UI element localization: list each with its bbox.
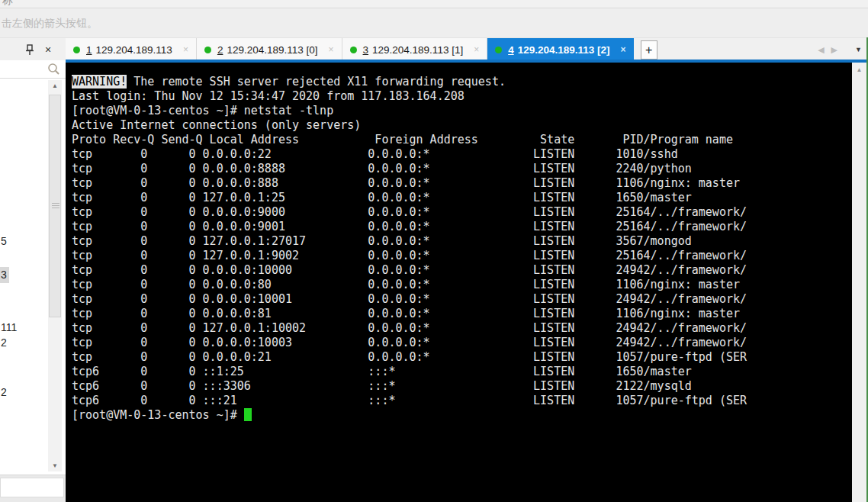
session-list-scrollbar[interactable]: ▲ ▼: [48, 80, 62, 471]
tab-scroll-left-icon[interactable]: ◀: [818, 45, 824, 55]
tab-nav-controls: ◀ ▶ ▼: [818, 38, 862, 61]
terminal-line: [root@VM-0-13-centos ~]#: [72, 408, 852, 423]
search-input[interactable]: [2, 62, 43, 76]
connected-dot-icon: [73, 47, 80, 53]
terminal-line: tcp 0 0 0.0.0.0:10003 0.0.0.0:* LISTEN 2…: [72, 336, 852, 350]
tab-scroll-right-icon[interactable]: ▶: [831, 45, 837, 55]
session-list[interactable]: ▲ ▼ 5311122: [0, 79, 66, 475]
tab-label: 129.204.189.113 [1]: [372, 44, 463, 56]
connected-dot-icon: [204, 47, 211, 53]
tab-bar: × 1129.204.189.113×2129.204.189.113 [0]×…: [0, 37, 868, 60]
tab-close-icon[interactable]: ×: [621, 44, 626, 55]
terminal-line: tcp 0 0 0.0.0.0:888 0.0.0.0:* LISTEN 110…: [72, 176, 852, 191]
help-text: 击左侧的箭头按钮。: [2, 17, 98, 31]
terminal-line: tcp 0 0 0.0.0.0:81 0.0.0.0:* LISTEN 1106…: [72, 307, 852, 321]
terminal-line: tcp6 0 0 :::21 :::* LISTEN 1057/pure-ftp…: [72, 394, 852, 408]
tab-number: 1: [86, 44, 92, 56]
terminal-line: tcp 0 0 127.0.0.1:27017 0.0.0.0:* LISTEN…: [72, 234, 852, 249]
tab-session-2[interactable]: 2129.204.189.113 [0]×: [197, 38, 342, 61]
terminal-line: [root@VM-0-13-centos ~]# netstat -tlnp: [72, 104, 852, 118]
terminal-line: tcp 0 0 127.0.0.1:25 0.0.0.0:* LISTEN 16…: [72, 191, 852, 205]
scrollbar-thumb[interactable]: [49, 95, 61, 317]
terminal-line: tcp 0 0 0.0.0.0:9001 0.0.0.0:* LISTEN 25…: [72, 220, 852, 234]
tab-close-icon[interactable]: ×: [329, 44, 334, 55]
terminal-line: tcp 0 0 0.0.0.0:9000 0.0.0.0:* LISTEN 25…: [72, 205, 852, 220]
terminal-output[interactable]: WARNING! The remote SSH server rejected …: [66, 63, 852, 502]
thumb-grip-icon: [52, 203, 59, 204]
terminal-line: tcp6 0 0 :::3306 :::* LISTEN 2122/mysqld: [72, 379, 852, 394]
tab-close-icon[interactable]: ×: [474, 44, 479, 55]
sidebar-bottom-bar: [0, 475, 66, 502]
help-strip: 击左侧的箭头按钮。: [0, 9, 868, 37]
terminal-line: tcp 0 0 0.0.0.0:22 0.0.0.0:* LISTEN 1010…: [72, 147, 852, 162]
tab-label: 129.204.189.113 [2]: [518, 44, 610, 56]
session-list-item[interactable]: 5: [1, 235, 7, 247]
terminal-line: WARNING! The remote SSH server rejected …: [72, 75, 852, 89]
terminal-line: Active Internet connections (only server…: [72, 118, 852, 133]
window-top-strip: 称: [0, 0, 868, 8]
session-list-item[interactable]: 2: [1, 386, 7, 398]
terminal-line: tcp 0 0 0.0.0.0:8888 0.0.0.0:* LISTEN 22…: [72, 162, 852, 176]
session-list-item[interactable]: 111: [1, 321, 17, 333]
warning-badge: WARNING!: [72, 75, 127, 88]
tab-number: 4: [508, 44, 514, 56]
terminal-line: tcp 0 0 0.0.0.0:80 0.0.0.0:* LISTEN 1106…: [72, 278, 852, 292]
tab-label: 129.204.189.113 [0]: [227, 44, 317, 56]
xshell-window: 称 击左侧的箭头按钮。 × 1129.204.189.113×2129.204.…: [0, 0, 868, 502]
new-tab-button[interactable]: +: [641, 40, 657, 60]
tab-list-dropdown-icon[interactable]: ▼: [855, 46, 862, 53]
scroll-up-icon[interactable]: ▲: [48, 80, 62, 92]
tab-number: 2: [217, 44, 223, 56]
tab-session-1[interactable]: 1129.204.189.113×: [66, 38, 197, 61]
tab-session-4[interactable]: 4129.204.189.113 [2]×: [487, 38, 633, 61]
pin-icon[interactable]: [24, 43, 36, 56]
terminal-line: tcp 0 0 127.0.0.1:10002 0.0.0.0:* LISTEN…: [72, 321, 852, 336]
terminal-line: Proto Recv-Q Send-Q Local Address Foreig…: [72, 133, 852, 147]
tab-number: 3: [363, 44, 369, 56]
tab-session-3[interactable]: 3129.204.189.113 [1]×: [342, 38, 488, 61]
terminal-line: tcp 0 0 0.0.0.0:21 0.0.0.0:* LISTEN 1057…: [72, 350, 852, 365]
sidebar-pane-header: ×: [0, 38, 66, 61]
tab-label: 129.204.189.113: [96, 44, 172, 56]
terminal-line: tcp6 0 0 ::1:25 :::* LISTEN 1650/master: [72, 365, 852, 379]
scroll-down-icon[interactable]: ▼: [48, 460, 62, 471]
terminal-line: tcp 0 0 0.0.0.0:10000 0.0.0.0:* LISTEN 2…: [72, 263, 852, 278]
terminal-line: tcp 0 0 127.0.0.1:9002 0.0.0.0:* LISTEN …: [72, 249, 852, 263]
connected-dot-icon: [350, 47, 357, 53]
connected-dot-icon: [495, 47, 502, 53]
session-list-item[interactable]: 2: [1, 336, 7, 349]
sidebar-bottom-box[interactable]: [0, 478, 64, 497]
terminal-line: tcp 0 0 0.0.0.0:10001 0.0.0.0:* LISTEN 2…: [72, 292, 852, 307]
terminal-scroll-up-icon[interactable]: ▲: [852, 64, 866, 76]
close-pane-icon[interactable]: ×: [41, 42, 55, 57]
tab-close-icon[interactable]: ×: [183, 44, 188, 55]
session-list-item[interactable]: 3: [0, 267, 9, 283]
session-tabs: 1129.204.189.113×2129.204.189.113 [0]×31…: [66, 38, 657, 61]
clipped-label: 称: [2, 0, 13, 8]
session-search-box: [0, 60, 66, 79]
terminal-cursor: [244, 408, 252, 421]
terminal-scrollbar[interactable]: ▲: [852, 63, 866, 502]
terminal-line: Last login: Thu Nov 12 15:34:47 2020 fro…: [72, 89, 852, 104]
search-icon[interactable]: [47, 63, 60, 79]
